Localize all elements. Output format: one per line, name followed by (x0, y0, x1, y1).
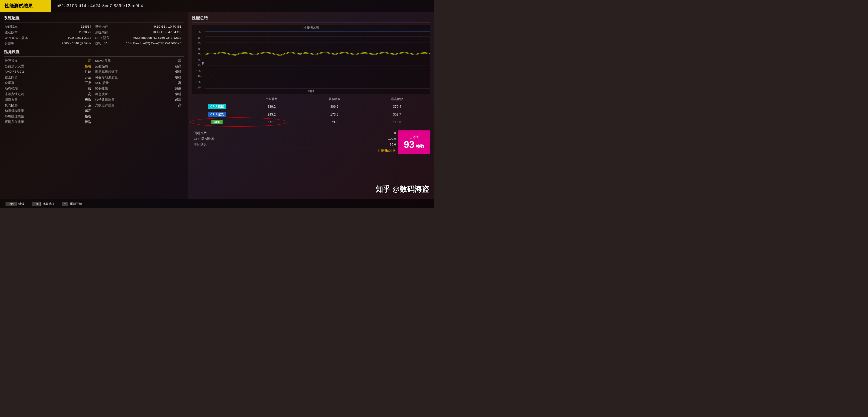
performance-chart: 性能测试图 150 135 120 105 90 75 60 45 30 15 … (192, 25, 430, 94)
y-key-badge[interactable]: Y (62, 202, 68, 206)
motion-blur-value: 短 (88, 86, 91, 91)
avg-latency-label: 平均延迟 (194, 143, 207, 147)
current-preset-value: 极端 (85, 64, 91, 68)
visual-row-anisotropic: 非等方性过滤 高 (4, 92, 94, 97)
perf-summary-header: 性能总结 (192, 14, 430, 22)
terrain-value: 极端 (175, 75, 182, 79)
vsync-label: 垂直同步 (5, 75, 18, 79)
motion-blur-label: 动态模糊 (5, 86, 18, 91)
vehicle-detail-label: 世界车辆精细度 (95, 70, 118, 74)
cpu-render-avg: 243.2 (240, 112, 303, 116)
score-box: 已达成 93 帧数 (398, 130, 430, 154)
visual-row-reflection: 反射品质 超高 (94, 64, 184, 69)
y-label-90: 90 (193, 64, 200, 67)
config-row-gpu-model: GPU 型号 AMD Radeon RX 6750 GRE 12GB (94, 35, 184, 41)
content-area: 系统配置 游戏版本 624534 驱动版本 23.20.22 WINDOWS 版… (0, 12, 434, 199)
visual-row-raytracing: 光线追踪质量 高 (94, 103, 184, 108)
env-geo-label: 环境几何质量 (5, 120, 24, 124)
windows-label: WINDOWS 版本 (5, 36, 28, 40)
particles-label: 粒子效果质量 (95, 98, 115, 102)
score-number: 93 (404, 140, 415, 149)
cpu-sim-badge-cell: CPU 模拟 (194, 104, 240, 109)
visual-row-terrain: 可变形地形质量 极端 (94, 75, 184, 80)
visual-row-ssao: SSAO 质量 高 (94, 58, 184, 64)
config-row-cpu-model: CPU 型号 13th Gen Intel(R) Core(TM) i5-136… (94, 41, 184, 46)
fullscreen-label: 全屏幕 (5, 81, 14, 85)
cpu-render-badge-cell: CPU 渲染 (194, 112, 240, 117)
gpu-limit-label: GPU 限制比率 (194, 137, 214, 141)
visual-row-fsr: AMD FSR 2.2 性能 (4, 69, 94, 75)
config-row-resolution: 分辨率 2560 x 1440 @ 59Hz (4, 41, 94, 46)
right-panel: 性能总结 性能测试图 150 135 120 105 90 75 60 45 3… (188, 12, 434, 199)
ssr-value: 高 (178, 81, 182, 85)
y-label-60: 60 (193, 53, 200, 56)
y-label: 重新开始 (70, 202, 82, 206)
game-version-label: 游戏版本 (5, 25, 18, 29)
visual-row-lens: 镜头效果 超高 (94, 86, 184, 92)
raytracing-value: 高 (178, 103, 182, 107)
config-row-game-version: 游戏版本 624534 (4, 24, 94, 30)
perf-stats-header-row: 平均帧数 最低帧数 最高帧数 (192, 96, 430, 102)
stat-row-avg-latency: 平均延迟 35.6 (192, 142, 398, 148)
visual-row-ssr: SSR 质量 高 (94, 80, 184, 86)
avg-latency-value: 35.6 (390, 143, 396, 147)
resolution-value: 2560 x 1440 @ 59Hz (62, 41, 91, 46)
driver-label: 驱动版本 (5, 30, 18, 35)
ssao-label: SSAO 质量 (95, 59, 111, 63)
page-title: 性能测试结果 (0, 0, 51, 12)
y-label-120: 120 (193, 75, 200, 78)
resolution-label: 分辨率 (5, 41, 14, 46)
ram-value: 18.42 GB / 47.84 GB (152, 30, 182, 35)
footer-btn-enter: Enter 继续 (6, 202, 24, 206)
recommended-preset-label: 推荐预设 (5, 59, 18, 63)
shadow-quality-label: 阴影质量 (5, 98, 18, 102)
visual-settings-table: 推荐预设 高 当前预设设置 极端 AMD FSR 2.2 性能 垂直同步 (4, 58, 184, 125)
cpu-sim-max: 370.4 (366, 105, 428, 108)
gpu-badge: GPU (211, 120, 223, 124)
motion-blur-quality-label: 动态模糊质量 (5, 109, 24, 113)
y-label-15: 15 (193, 36, 200, 39)
gpu-min: 79.6 (303, 120, 366, 124)
motion-blur-quality-value: 超高 (85, 109, 91, 113)
visual-row-env-texture: 环境纹理质量 极端 (4, 114, 94, 119)
game-version-value: 624534 (81, 25, 91, 29)
visual-row-vehicle-detail: 世界车辆精细度 极端 (94, 69, 184, 75)
left-panel: 系统配置 游戏版本 624534 驱动版本 23.20.22 WINDOWS 版… (0, 12, 188, 199)
visual-row-shadow-quality: 阴影质量 极端 (4, 97, 94, 103)
chart-y-axis: 150 135 120 105 90 75 60 45 30 15 0 (192, 31, 202, 89)
visual-row-motion-blur-quality: 动态模糊质量 超高 (4, 108, 94, 114)
windows-value: 10.0.22621.2134 (68, 36, 91, 40)
enter-key-badge[interactable]: Enter (6, 202, 17, 206)
stat-row-gpu-limit: GPU 限制比率 100.0 (192, 136, 398, 142)
visual-settings-header: 视觉设置 (4, 48, 184, 56)
config-row-vram: 显卡内存 9.10 GB / 10.70 GB (94, 24, 184, 30)
env-geo-value: 极端 (85, 120, 91, 124)
y-label-30: 30 (193, 42, 200, 45)
visual-row-particles: 粒子效果质量 超高 (94, 97, 184, 103)
perf-header-empty (194, 97, 240, 101)
perf-header-min: 最低帧数 (303, 97, 366, 101)
visual-row-env-geo: 环境几何质量 极端 (4, 119, 94, 125)
esc-label: 视频选项 (42, 202, 55, 206)
esc-key-badge[interactable]: Esc (32, 202, 41, 206)
y-label-105: 105 (193, 70, 200, 72)
y-label-75: 75 (193, 59, 200, 61)
perf-row-cpu-render: CPU 渲染 243.2 173.8 302.7 (192, 111, 430, 118)
night-shadow-value: 开启 (85, 103, 91, 107)
env-texture-value: 极端 (85, 114, 91, 118)
footer-btn-esc: Esc 视频选项 (32, 202, 55, 206)
stats-left: 间断次数 0 GPU 限制比率 100.0 平均延迟 35.6 性能测试有效 (192, 130, 398, 154)
cpu-model-label: CPU 型号 (95, 41, 109, 46)
perf-header-avg: 平均帧数 (240, 97, 303, 101)
chart-x-label: 时间 (192, 89, 430, 94)
gpu-max: 115.3 (366, 120, 428, 124)
config-col-right: 显卡内存 9.10 GB / 10.70 GB 系统内存 18.42 GB / … (94, 24, 184, 46)
cpu-render-min: 173.8 (303, 112, 366, 116)
fsr-value: 性能 (85, 70, 91, 74)
cpu-sim-min: 306.2 (303, 105, 366, 108)
system-config-table: 游戏版本 624534 驱动版本 23.20.22 WINDOWS 版本 10.… (4, 24, 184, 46)
enter-label: 继续 (18, 202, 24, 206)
config-row-driver: 驱动版本 23.20.22 (4, 30, 94, 35)
night-shadow-label: 夜间阴影 (5, 103, 18, 107)
cpu-model-value: 13th Gen Intel(R) Core(TM) i5-13600KF (126, 41, 182, 46)
